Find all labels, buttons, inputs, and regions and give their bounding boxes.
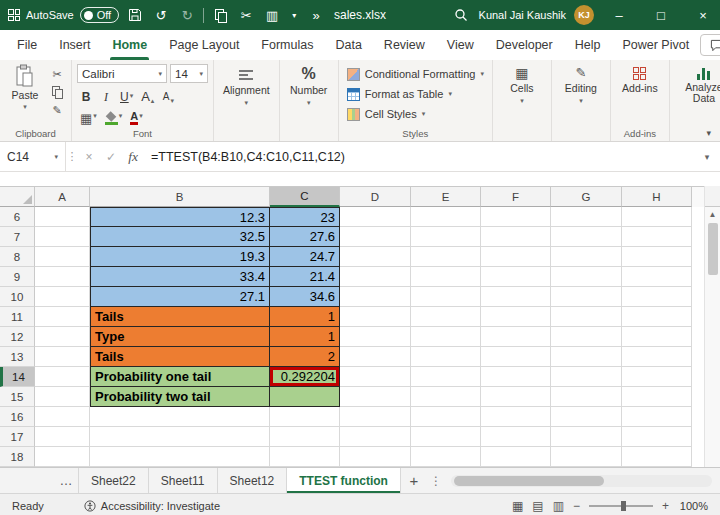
cell-C14[interactable]: 0.292204 [270,367,340,387]
cell-C11[interactable]: 1 [270,307,340,327]
cell-A9[interactable] [35,267,90,287]
minimize-button[interactable]: – [602,0,636,30]
cell-C16[interactable] [270,407,340,427]
menu-tab-power-pivot[interactable]: Power Pivot [611,30,700,60]
cell-F8[interactable] [481,247,551,267]
menu-tab-page-layout[interactable]: Page Layout [158,30,250,60]
cell-C15[interactable] [270,387,340,407]
cell-G11[interactable] [551,307,622,327]
cell-E16[interactable] [411,407,481,427]
paste-button[interactable]: Paste ▾ [5,64,45,118]
cell-D11[interactable] [340,307,411,327]
cut-icon[interactable]: ✂ [236,4,256,26]
cell-H6[interactable] [622,207,692,227]
format-painter-button[interactable]: ✎ [48,102,66,118]
cell-B14[interactable]: Probability one tail [90,367,270,387]
cell-H12[interactable] [622,327,692,347]
zoom-slider-thumb[interactable] [621,501,626,511]
vertical-scrollbar-thumb[interactable] [708,223,718,275]
column-header-F[interactable]: F [481,187,551,207]
cell-F18[interactable] [481,447,551,467]
column-header-H[interactable]: H [622,187,692,207]
cell-A14[interactable] [35,367,90,387]
column-header-B[interactable]: B [90,187,270,207]
name-box[interactable]: C14 ▾ [0,142,66,171]
cell-C7[interactable]: 27.6 [270,227,340,247]
cell-G7[interactable] [551,227,622,247]
cell-E17[interactable] [411,427,481,447]
format-as-table-button[interactable]: Format as Table ▾ [344,84,487,104]
cell-B6[interactable]: 12.3 [90,207,270,227]
horizontal-scrollbar[interactable] [451,475,712,487]
cell-D13[interactable] [340,347,411,367]
analyze-data-button[interactable]: Analyze Data [675,64,720,104]
formula-input[interactable]: =TTEST(B4:B10,C4:C10,C11,C12) [144,142,694,171]
chevron-down-icon[interactable]: ▾ [288,4,300,26]
collapse-ribbon-icon[interactable]: ▾ [706,128,711,138]
row-header-15[interactable]: 15 [0,387,35,407]
cell-F11[interactable] [481,307,551,327]
cell-D16[interactable] [340,407,411,427]
cell-H9[interactable] [622,267,692,287]
cell-C17[interactable] [270,427,340,447]
cell-H10[interactable] [622,287,692,307]
cell-D17[interactable] [340,427,411,447]
cell-A15[interactable] [35,387,90,407]
font-color-button[interactable]: A▾ [127,107,145,125]
cell-B8[interactable]: 19.3 [90,247,270,267]
cell-H7[interactable] [622,227,692,247]
cell-H16[interactable] [622,407,692,427]
cell-B18[interactable] [90,447,270,467]
more-commands-icon[interactable]: » [306,4,326,26]
cell-B10[interactable]: 27.1 [90,287,270,307]
cell-F6[interactable] [481,207,551,227]
cell-D12[interactable] [340,327,411,347]
menu-tab-help[interactable]: Help [564,30,612,60]
cell-F9[interactable] [481,267,551,287]
scroll-up-icon[interactable]: ▲ [709,210,717,220]
cells-button[interactable]: ▦ Cells ▾ [498,64,546,106]
column-header-C[interactable]: C [270,187,340,207]
row-header-14[interactable]: 14 [0,367,35,387]
conditional-formatting-button[interactable]: Conditional Formatting ▾ [344,64,487,84]
cell-C8[interactable]: 24.7 [270,247,340,267]
cell-B12[interactable]: Type [90,327,270,347]
row-header-6[interactable]: 6 [0,207,35,227]
user-name[interactable]: Kunal Jai Kaushik [479,9,566,21]
cell-C18[interactable] [270,447,340,467]
menu-tab-home[interactable]: Home [101,30,158,60]
cell-B13[interactable]: Tails [90,347,270,367]
cell-B17[interactable] [90,427,270,447]
save-button[interactable] [125,4,145,26]
row-header-13[interactable]: 13 [0,347,35,367]
cell-E7[interactable] [411,227,481,247]
cell-D9[interactable] [340,267,411,287]
menu-tab-insert[interactable]: Insert [48,30,101,60]
cell-G14[interactable] [551,367,622,387]
cell-G8[interactable] [551,247,622,267]
cell-G10[interactable] [551,287,622,307]
page-break-view-button[interactable]: ▥ [553,500,564,512]
menu-tab-data[interactable]: Data [324,30,372,60]
undo-button[interactable]: ↺ [151,4,171,26]
normal-view-button[interactable]: ▦ [512,500,523,512]
cell-G9[interactable] [551,267,622,287]
font-name-select[interactable]: Calibri ▾ [77,64,167,83]
cell-C9[interactable]: 21.4 [270,267,340,287]
column-header-D[interactable]: D [340,187,411,207]
cell-D14[interactable] [340,367,411,387]
row-header-18[interactable]: 18 [0,447,35,467]
alignment-button[interactable]: Alignment ▾ [219,64,274,108]
zoom-in-button[interactable]: + [662,499,669,513]
zoom-slider[interactable] [589,505,653,507]
cell-G17[interactable] [551,427,622,447]
cell-H8[interactable] [622,247,692,267]
column-header-E[interactable]: E [411,187,481,207]
cell-C6[interactable]: 23 [270,207,340,227]
cancel-button[interactable]: × [78,142,100,171]
column-header-A[interactable]: A [35,187,90,207]
maximize-button[interactable]: □ [644,0,678,30]
font-size-select[interactable]: 14 ▾ [170,64,208,83]
menu-tab-view[interactable]: View [436,30,485,60]
cell-F12[interactable] [481,327,551,347]
